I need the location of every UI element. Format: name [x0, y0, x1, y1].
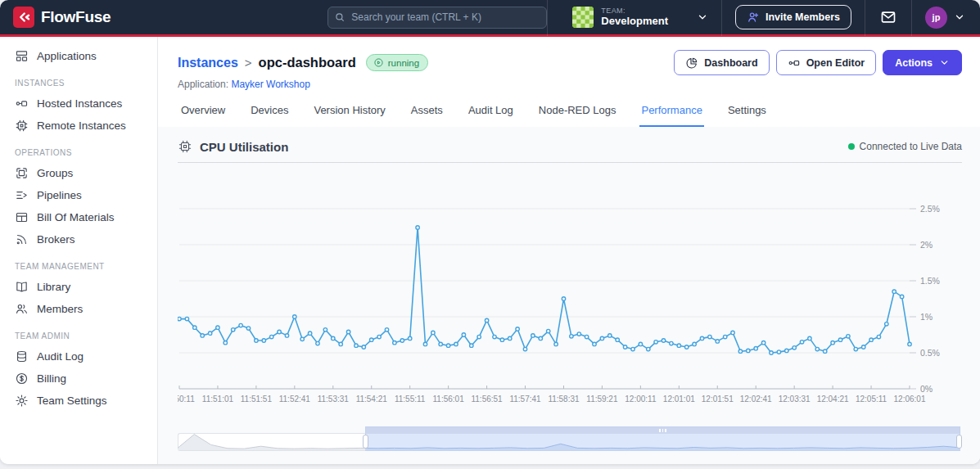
dashboard-button[interactable]: Dashboard [674, 50, 769, 75]
tab-version-history[interactable]: Version History [312, 101, 386, 127]
sidebar-item-library[interactable]: Library [0, 276, 157, 298]
user-menu[interactable]: jp [912, 0, 969, 36]
range-handle-right[interactable] [956, 435, 962, 449]
sidebar-item-label: Audit Log [37, 350, 84, 363]
sidebar-item-billing[interactable]: Billing [0, 368, 157, 390]
sidebar-item-label: Groups [37, 167, 73, 179]
user-avatar: jp [925, 7, 947, 29]
team-settings-icon [15, 394, 29, 408]
brokers-icon [15, 232, 29, 246]
library-icon [15, 280, 29, 294]
svg-text:12:05:11: 12:05:11 [856, 395, 887, 404]
panel-title: CPU Utilisation [200, 140, 288, 154]
svg-text:11:51:01: 11:51:01 [202, 395, 234, 404]
svg-text:11:53:31: 11:53:31 [318, 395, 350, 404]
sidebar-item-label: Hosted Instances [37, 97, 122, 110]
billing-icon [15, 372, 29, 386]
svg-text:12:02:41: 12:02:41 [740, 395, 772, 404]
svg-text:11:51:51: 11:51:51 [241, 395, 273, 404]
sidebar-item-brokers[interactable]: Brokers [0, 228, 157, 250]
sidebar-section-heading: TEAM ADMIN [0, 320, 157, 345]
tab-node-red-logs[interactable]: Node-RED Logs [537, 101, 618, 127]
sidebar-item-remote-instances[interactable]: Remote Instances [0, 115, 157, 137]
svg-text:11:58:31: 11:58:31 [548, 395, 580, 404]
app-window: FlowFuse TEAM [0, 0, 980, 464]
sidebar-item-label: Bill Of Materials [37, 211, 115, 223]
svg-text:11:55:11: 11:55:11 [395, 395, 426, 404]
chevron-down-icon [697, 11, 708, 23]
tab-overview[interactable]: Overview [179, 101, 227, 127]
mail-icon [880, 9, 896, 25]
applications-icon [15, 49, 29, 63]
cpu-chart-container: 0%0.5%1%1.5%2%2.5%11:50:1111:51:0111:51:… [178, 166, 962, 413]
invite-members-button[interactable]: Invite Members [735, 5, 851, 29]
sidebar-item-members[interactable]: Members [0, 298, 157, 320]
pipelines-icon [15, 188, 29, 202]
range-handle-left[interactable] [363, 435, 368, 449]
hosted-instances-icon [15, 97, 29, 110]
application-label: Application: [178, 79, 228, 90]
flowfuse-logo[interactable]: FlowFuse [13, 7, 111, 28]
sidebar-item-label: Members [37, 303, 83, 315]
svg-text:2.5%: 2.5% [920, 204, 940, 214]
bill-of-materials-icon [15, 210, 29, 224]
chevron-down-icon [939, 57, 950, 68]
navbar-divider [547, 0, 548, 36]
team-selector[interactable]: TEAM: Development [559, 0, 721, 36]
chart-range-selector [178, 426, 960, 451]
sidebar-section-heading: INSTANCES [0, 67, 157, 92]
cpu-chart[interactable]: 0%0.5%1%1.5%2%2.5%11:50:1111:51:0111:51:… [178, 166, 960, 413]
status-badge: running [366, 54, 428, 71]
search-icon [334, 11, 345, 23]
breadcrumb-instances-link[interactable]: Instances [178, 56, 238, 70]
sidebar-item-pipelines[interactable]: Pipelines [0, 184, 157, 206]
search-input[interactable] [327, 7, 547, 29]
svg-text:11:56:51: 11:56:51 [471, 395, 503, 404]
tab-settings[interactable]: Settings [726, 101, 768, 127]
svg-text:12:06:01: 12:06:01 [894, 395, 926, 404]
groups-icon [15, 166, 29, 180]
sidebar-item-applications[interactable]: Applications [0, 45, 157, 67]
sidebar-item-hosted-instances[interactable]: Hosted Instances [0, 92, 157, 115]
tab-audit-log[interactable]: Audit Log [467, 101, 515, 127]
actions-button[interactable]: Actions [883, 50, 962, 75]
svg-text:0.5%: 0.5% [920, 348, 940, 358]
sidebar-section-heading: OPERATIONS [0, 137, 157, 162]
tab-assets[interactable]: Assets [409, 101, 445, 127]
sidebar-item-label: Pipelines [37, 189, 82, 201]
open-editor-button[interactable]: Open Editor [776, 50, 877, 75]
sidebar-item-audit-log[interactable]: Audit Log [0, 345, 157, 368]
chart-pie-icon [685, 56, 698, 70]
notifications-button[interactable] [865, 0, 911, 36]
svg-text:12:01:01: 12:01:01 [663, 395, 695, 404]
instance-tabs: OverviewDevicesVersion HistoryAssetsAudi… [178, 101, 962, 127]
sidebar-item-label: Library [37, 281, 70, 293]
svg-text:11:57:41: 11:57:41 [509, 395, 541, 404]
breadcrumb: Instances > opc-dashboard running Dashbo… [178, 50, 962, 75]
user-plus-icon [747, 11, 760, 24]
application-link[interactable]: Mayker Workshop [231, 79, 309, 90]
status-badge-label: running [388, 58, 419, 68]
sidebar-item-label: Brokers [37, 233, 75, 246]
sidebar-section-heading: TEAM MANAGEMENT [0, 250, 157, 276]
remote-instances-icon [15, 119, 29, 133]
team-search [327, 7, 547, 29]
svg-text:0%: 0% [920, 384, 933, 394]
tab-performance[interactable]: Performance [639, 101, 703, 127]
breadcrumb-separator: > [245, 56, 252, 70]
sidebar-item-bill-of-materials[interactable]: Bill Of Materials [0, 206, 157, 228]
sidebar-item-groups[interactable]: Groups [0, 162, 157, 184]
top-navbar: FlowFuse TEAM [0, 0, 980, 37]
sidebar-item-team-settings[interactable]: Team Settings [0, 390, 157, 412]
invite-members-label: Invite Members [765, 11, 840, 23]
performance-panel: CPU Utilisation Connected to Live Data 0… [158, 127, 980, 464]
svg-text:12:01:51: 12:01:51 [702, 395, 734, 404]
svg-text:11:59:21: 11:59:21 [586, 395, 618, 404]
panel-divider [178, 162, 962, 163]
svg-text:12:03:31: 12:03:31 [779, 395, 811, 404]
svg-text:11:54:21: 11:54:21 [356, 395, 388, 404]
navbar-divider [721, 0, 722, 36]
team-avatar [572, 7, 594, 28]
tab-devices[interactable]: Devices [249, 101, 290, 127]
cpu-chip-icon [178, 139, 192, 154]
